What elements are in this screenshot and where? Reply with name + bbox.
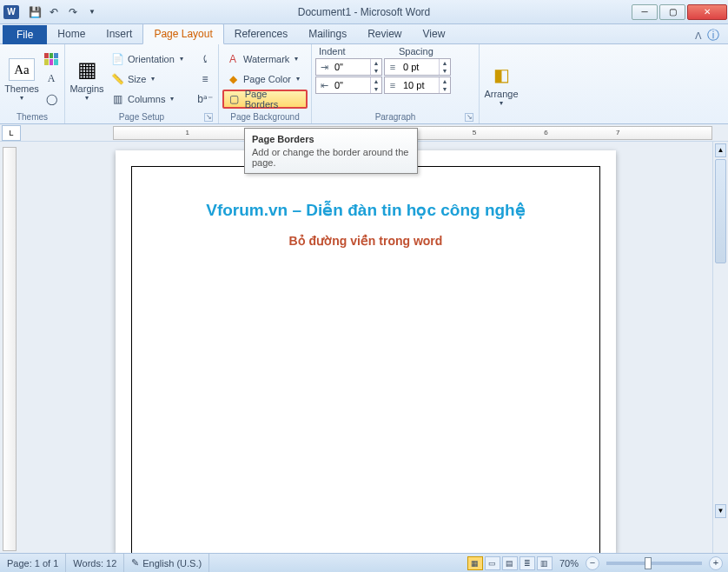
- view-full-screen-icon[interactable]: ▭: [485, 556, 500, 570]
- theme-colors-button[interactable]: [42, 50, 61, 69]
- margins-icon: ▦: [73, 56, 101, 83]
- redo-icon[interactable]: ↷: [64, 3, 82, 21]
- orientation-button[interactable]: 📄Orientation▾: [107, 50, 194, 69]
- spacing-after-input[interactable]: [400, 80, 439, 90]
- themes-icon: Aa: [9, 58, 35, 81]
- tab-view[interactable]: View: [413, 24, 456, 43]
- columns-icon: ▥: [110, 92, 124, 106]
- spacing-label: Spacing: [395, 46, 475, 58]
- colors-icon: [44, 53, 58, 65]
- document-area: Vforum.vn – Diễn đàn tin học công nghệ B…: [0, 142, 728, 553]
- tab-selector[interactable]: L: [2, 125, 21, 141]
- breaks-button[interactable]: ⤹: [195, 50, 215, 69]
- scroll-down-icon[interactable]: ▼: [715, 504, 726, 518]
- group-page-background: AWatermark▾ ◆Page Color▾ ▢Page Borders P…: [219, 44, 312, 123]
- close-button[interactable]: ✕: [687, 4, 727, 20]
- spacing-after-spinner[interactable]: ≡▲▼: [384, 76, 451, 94]
- hyphenation-button[interactable]: bᵃ⁻: [195, 90, 215, 109]
- status-words[interactable]: Words: 12: [66, 554, 124, 572]
- maximize-button[interactable]: ▢: [659, 4, 685, 20]
- minimize-button[interactable]: ─: [632, 4, 658, 20]
- scroll-up-icon[interactable]: ▲: [715, 143, 726, 157]
- page-borders-button[interactable]: ▢Page Borders: [222, 90, 308, 109]
- spacing-before-spinner[interactable]: ≡▲▼: [384, 58, 451, 76]
- indent-right-icon: ⇤: [316, 80, 332, 91]
- zoom-level[interactable]: 70%: [559, 558, 579, 569]
- status-language[interactable]: ✎English (U.S.): [124, 554, 209, 572]
- margins-button[interactable]: ▦ Margins ▾: [69, 46, 105, 111]
- line-numbers-button[interactable]: ≡: [195, 70, 215, 89]
- help-icon[interactable]: ⓘ: [707, 28, 719, 43]
- spin-up[interactable]: ▲: [371, 59, 381, 67]
- spacing-before-icon: ≡: [385, 62, 400, 72]
- themes-button[interactable]: Aa Themes ▾: [3, 46, 40, 111]
- zoom-out-button[interactable]: −: [586, 556, 599, 570]
- indent-left-spinner[interactable]: ⇥▲▼: [315, 58, 382, 76]
- status-bar: Page: 1 of 1 Words: 12 ✎English (U.S.) ▦…: [0, 553, 728, 572]
- arrange-button[interactable]: ◧ Arrange ▾: [483, 46, 520, 121]
- doc-subtext[interactable]: Bỏ đường viền trong word: [132, 234, 599, 248]
- window-controls: ─ ▢ ✕: [631, 4, 728, 20]
- spacing-after-icon: ≡: [385, 80, 400, 90]
- watermark-icon: A: [226, 52, 240, 66]
- window-title: Document1 - Microsoft Word: [298, 6, 431, 18]
- indent-right-input[interactable]: [332, 80, 370, 90]
- page-borders-tooltip: Page Borders Add or change the border ar…: [244, 128, 418, 174]
- zoom-knob[interactable]: [645, 557, 652, 569]
- group-themes: Aa Themes ▾ A ◯ Themes: [0, 44, 65, 123]
- qat-dropdown-icon[interactable]: ▼: [83, 3, 101, 21]
- theme-effects-button[interactable]: ◯: [42, 90, 61, 109]
- tab-home[interactable]: Home: [47, 24, 96, 43]
- view-print-layout-icon[interactable]: ▦: [467, 556, 483, 570]
- paragraph-launcher[interactable]: ↘: [465, 113, 473, 122]
- indent-label: Indent: [315, 46, 395, 58]
- vertical-ruler[interactable]: [0, 142, 19, 553]
- proofing-icon: ✎: [131, 557, 139, 569]
- spin-up[interactable]: ▲: [440, 59, 450, 67]
- indent-left-input[interactable]: [332, 62, 370, 72]
- watermark-button[interactable]: AWatermark▾: [222, 50, 308, 69]
- columns-button[interactable]: ▥Columns▾: [107, 90, 194, 109]
- vertical-scrollbar[interactable]: ▲ ▼: [712, 142, 728, 553]
- scroll-thumb[interactable]: [715, 159, 726, 263]
- tooltip-title: Page Borders: [252, 134, 410, 144]
- undo-icon[interactable]: ↶: [45, 3, 63, 21]
- view-outline-icon[interactable]: ≣: [520, 556, 535, 570]
- group-label-page-background: Page Background: [222, 111, 308, 123]
- status-page[interactable]: Page: 1 of 1: [0, 554, 66, 572]
- size-button[interactable]: 📏Size▾: [107, 70, 194, 89]
- page[interactable]: Vforum.vn – Diễn đàn tin học công nghệ B…: [116, 150, 616, 553]
- page-borders-icon: ▢: [228, 92, 242, 106]
- spin-down[interactable]: ▼: [371, 67, 381, 75]
- zoom-slider[interactable]: [606, 562, 702, 565]
- tab-insert[interactable]: Insert: [96, 24, 142, 43]
- zoom-in-button[interactable]: +: [709, 556, 723, 570]
- tab-review[interactable]: Review: [357, 24, 412, 43]
- spin-up[interactable]: ▲: [371, 77, 381, 85]
- spin-down[interactable]: ▼: [440, 85, 450, 93]
- indent-left-icon: ⇥: [316, 62, 332, 73]
- minimize-ribbon-icon[interactable]: ᐱ: [695, 30, 702, 42]
- spin-down[interactable]: ▼: [371, 85, 381, 93]
- page-color-button[interactable]: ◆Page Color▾: [222, 70, 308, 89]
- file-tab[interactable]: File: [3, 25, 47, 44]
- save-icon[interactable]: 💾: [26, 3, 43, 21]
- spin-down[interactable]: ▼: [440, 67, 450, 75]
- spin-up[interactable]: ▲: [440, 77, 450, 85]
- tab-mailings[interactable]: Mailings: [298, 24, 357, 43]
- doc-heading[interactable]: Vforum.vn – Diễn đàn tin học công nghệ: [132, 200, 599, 220]
- tab-page-layout[interactable]: Page Layout: [142, 23, 223, 44]
- indent-right-spinner[interactable]: ⇤▲▼: [315, 76, 382, 94]
- size-icon: 📏: [110, 72, 124, 86]
- theme-fonts-button[interactable]: A: [42, 70, 61, 89]
- document-viewport[interactable]: Vforum.vn – Diễn đàn tin học công nghệ B…: [19, 142, 712, 553]
- tooltip-description: Add or change the border around the page…: [252, 147, 410, 168]
- quick-access-toolbar: 💾 ↶ ↷ ▼: [26, 3, 101, 21]
- group-label-paragraph: Paragraph↘: [315, 111, 475, 123]
- spacing-before-input[interactable]: [400, 62, 439, 72]
- page-setup-launcher[interactable]: ↘: [204, 113, 213, 122]
- view-draft-icon[interactable]: ▥: [537, 556, 553, 570]
- view-web-layout-icon[interactable]: ▤: [502, 556, 518, 570]
- title-bar: W 💾 ↶ ↷ ▼ Document1 - Microsoft Word ─ ▢…: [0, 0, 728, 24]
- tab-references[interactable]: References: [224, 24, 298, 43]
